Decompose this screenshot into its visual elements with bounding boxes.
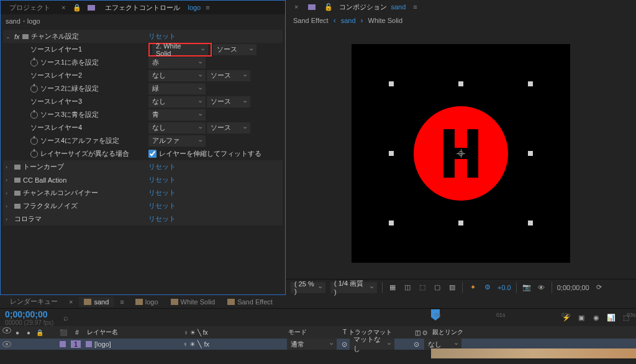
breadcrumb-item[interactable]: White Solid [368, 17, 403, 24]
timeline-ruler[interactable]: 0s 01s 02s 03s [431, 309, 636, 321]
transform-handle[interactable] [458, 221, 463, 225]
dropdown-src1-red[interactable]: 赤 [148, 57, 206, 68]
guides-icon[interactable]: ◫ [402, 283, 412, 293]
effect-name-channel-set[interactable]: チャンネル設定 [31, 32, 79, 41]
layer-switches[interactable]: ♀ ☀ ╲ fx [183, 340, 282, 348]
column-number[interactable]: # [72, 329, 82, 336]
tab-comp-sand-effect[interactable]: Sand Effect [222, 297, 278, 307]
transform-handle[interactable] [528, 151, 533, 156]
dropdown-source-4-type[interactable]: ソース [207, 122, 250, 134]
dropdown-source-3-type[interactable]: ソース [207, 96, 250, 107]
stopwatch-icon[interactable] [30, 111, 38, 119]
region-icon[interactable]: ▢ [432, 283, 442, 293]
show-snapshot-icon[interactable]: 👁 [537, 283, 547, 293]
chevron-right-icon[interactable]: › [6, 190, 12, 196]
chevron-right-icon[interactable]: › [6, 164, 12, 170]
effect-tone-curve[interactable]: トーンカーブ [23, 162, 64, 171]
reset-link[interactable]: リセット [148, 175, 176, 184]
transform-handle[interactable] [528, 221, 533, 225]
chevron-down-icon[interactable]: ⌄ [6, 34, 12, 40]
nav-back-icon[interactable]: ‹ [334, 16, 336, 25]
anchor-point-icon[interactable] [457, 149, 465, 158]
reset-link[interactable]: リセット [148, 32, 176, 41]
visibility-toggle[interactable] [2, 341, 11, 347]
mask-icon[interactable]: ⬚ [417, 283, 427, 293]
chevron-right-icon[interactable]: › [6, 216, 12, 222]
blend-mode-dropdown[interactable]: 通常 [287, 339, 337, 350]
column-layer-name[interactable]: レイヤー名 [87, 328, 179, 337]
chevron-right-icon[interactable]: › [6, 177, 12, 183]
dropdown-src4-alpha[interactable]: アルファ [148, 135, 206, 147]
composition-viewer[interactable] [286, 27, 636, 279]
tab-comp-logo[interactable]: logo [130, 297, 163, 307]
canvas[interactable] [352, 44, 570, 263]
parent-link-icon[interactable]: ◫ ⊙ [415, 329, 427, 336]
chevron-right-icon[interactable]: › [6, 203, 12, 209]
transform-handle[interactable] [389, 221, 394, 225]
transform-handle[interactable] [528, 81, 533, 86]
comp-name[interactable]: sand [391, 3, 406, 11]
dropdown-source-layer-4[interactable]: なし [148, 122, 206, 134]
effect-fractal-noise[interactable]: フラクタルノイズ [23, 201, 78, 211]
lock-icon[interactable]: 🔒 [70, 4, 84, 12]
reset-link[interactable]: リセット [148, 162, 176, 171]
dropdown-src2-green[interactable]: 緑 [148, 83, 206, 94]
close-icon[interactable]: × [58, 4, 69, 11]
close-icon[interactable]: × [65, 298, 76, 306]
track-matte-dropdown[interactable]: マットなし [350, 339, 394, 350]
pickwhip-icon[interactable]: ⊙ [414, 340, 419, 348]
transform-handle[interactable] [389, 151, 394, 156]
layer-name[interactable]: [logo] [94, 340, 111, 348]
quality-dropdown[interactable]: ( 1/4 画質 ) [330, 282, 377, 293]
gear-icon[interactable]: ⚙ [483, 283, 493, 293]
dropdown-source-layer-2[interactable]: なし [148, 70, 206, 81]
panel-menu-icon[interactable]: ≡ [116, 298, 127, 306]
reset-link[interactable]: リセット [148, 188, 176, 198]
effect-cc-ball-action[interactable]: CC Ball Action [23, 176, 66, 184]
preview-timecode[interactable]: 0;00;00;00 [557, 284, 589, 291]
tab-effect-controls[interactable]: エフェクトコントロール [99, 1, 186, 14]
stopwatch-icon[interactable] [30, 85, 38, 93]
dropdown-source-2-type[interactable]: ソース [207, 70, 250, 81]
zoom-dropdown[interactable]: ( 25 % ) [291, 282, 325, 293]
pickwhip-icon[interactable]: ⊙ [342, 340, 347, 348]
visibility-column-icon[interactable] [2, 327, 11, 334]
tab-layer-name[interactable]: logo [188, 4, 201, 11]
breadcrumb-item-active[interactable]: sand [341, 17, 356, 24]
refresh-icon[interactable]: ⟳ [594, 283, 604, 293]
tab-comp-white-solid[interactable]: White Solid [166, 297, 220, 307]
dropdown-source-1-type[interactable]: ソース [213, 44, 257, 55]
column-label-color[interactable]: ⬛ [60, 329, 67, 336]
effect-colorama[interactable]: コロラマ [14, 214, 42, 224]
close-icon[interactable]: × [291, 3, 302, 11]
fx-icon[interactable]: fx [14, 33, 20, 40]
lock-column-icon[interactable]: 🔒 [35, 327, 45, 337]
panel-menu-icon[interactable]: ≡ [409, 3, 420, 11]
effect-channel-combiner[interactable]: チャンネルコンバイナー [23, 188, 98, 198]
stopwatch-icon[interactable] [30, 150, 38, 158]
nav-forward-icon[interactable]: › [361, 16, 363, 25]
column-parent[interactable]: 親とリンク [432, 328, 634, 337]
breadcrumb-item[interactable]: Sand Effect [293, 17, 329, 24]
stopwatch-icon[interactable] [30, 59, 38, 66]
tab-project[interactable]: プロジェクト [3, 1, 57, 14]
lock-icon[interactable]: 🔓 [322, 3, 335, 11]
audio-column-icon[interactable]: ● [12, 327, 22, 337]
checkbox-stretch-fit[interactable]: レイヤーを伸縮してフィットする [148, 149, 261, 158]
layer-duration-bar[interactable] [431, 348, 636, 358]
dropdown-source-layer-3[interactable]: なし [148, 96, 206, 107]
grid-icon[interactable]: ▦ [388, 283, 398, 293]
label-color[interactable] [60, 341, 66, 347]
dropdown-source-layer-1[interactable]: 2. White Solid [152, 44, 208, 55]
panel-menu-icon[interactable]: ≡ [202, 4, 213, 11]
color-management-icon[interactable]: ✦ [468, 283, 478, 293]
transparency-icon[interactable]: ▨ [447, 283, 457, 293]
exposure-value[interactable]: +0.0 [497, 284, 511, 291]
reset-link[interactable]: リセット [148, 201, 176, 211]
transform-handle[interactable] [389, 81, 394, 86]
tab-render-queue[interactable]: レンダーキュー [5, 296, 63, 307]
snapshot-icon[interactable]: 📷 [522, 283, 532, 293]
transform-handle[interactable] [458, 81, 463, 86]
solo-column-icon[interactable]: ● [24, 327, 34, 337]
dropdown-src3-blue[interactable]: 青 [148, 109, 206, 121]
